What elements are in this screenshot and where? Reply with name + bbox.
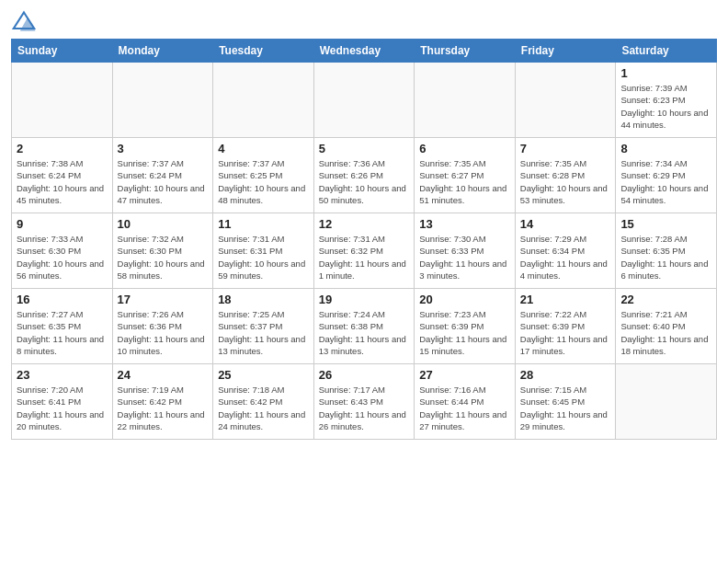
day-number: 18 [218, 293, 309, 306]
calendar-cell: 21Sunrise: 7:22 AM Sunset: 6:39 PM Dayli… [515, 289, 616, 364]
calendar-cell [112, 63, 213, 138]
week-row-4: 23Sunrise: 7:20 AM Sunset: 6:41 PM Dayli… [12, 364, 717, 440]
day-number: 5 [319, 142, 410, 155]
calendar-cell: 14Sunrise: 7:29 AM Sunset: 6:34 PM Dayli… [515, 213, 616, 289]
day-info: Sunrise: 7:26 AM Sunset: 6:36 PM Dayligh… [118, 308, 209, 357]
day-info: Sunrise: 7:24 AM Sunset: 6:38 PM Dayligh… [319, 308, 410, 357]
day-info: Sunrise: 7:25 AM Sunset: 6:37 PM Dayligh… [218, 308, 309, 357]
calendar-cell: 19Sunrise: 7:24 AM Sunset: 6:38 PM Dayli… [313, 289, 415, 364]
calendar-cell [213, 63, 314, 138]
calendar-cell: 9Sunrise: 7:33 AM Sunset: 6:30 PM Daylig… [12, 213, 113, 289]
weekday-header-wednesday: Wednesday [313, 40, 415, 63]
day-number: 13 [419, 217, 510, 231]
day-info: Sunrise: 7:37 AM Sunset: 6:24 PM Dayligh… [118, 157, 209, 206]
weekday-header-monday: Monday [112, 40, 213, 63]
day-number: 27 [419, 368, 510, 382]
calendar-cell [12, 63, 113, 138]
header [11, 9, 717, 35]
calendar: SundayMondayTuesdayWednesdayThursdayFrid… [11, 39, 717, 440]
calendar-cell: 25Sunrise: 7:18 AM Sunset: 6:42 PM Dayli… [213, 364, 314, 440]
calendar-cell: 27Sunrise: 7:16 AM Sunset: 6:44 PM Dayli… [415, 364, 516, 440]
calendar-cell: 20Sunrise: 7:23 AM Sunset: 6:39 PM Dayli… [415, 289, 516, 364]
day-number: 23 [17, 368, 108, 382]
day-number: 11 [218, 217, 309, 231]
calendar-cell [415, 63, 516, 138]
calendar-cell: 26Sunrise: 7:17 AM Sunset: 6:43 PM Dayli… [313, 364, 415, 440]
calendar-cell: 2Sunrise: 7:38 AM Sunset: 6:24 PM Daylig… [12, 138, 113, 213]
day-number: 17 [118, 293, 209, 306]
calendar-cell: 23Sunrise: 7:20 AM Sunset: 6:41 PM Dayli… [12, 364, 113, 440]
logo-icon [11, 9, 37, 35]
day-info: Sunrise: 7:20 AM Sunset: 6:41 PM Dayligh… [17, 384, 108, 432]
day-info: Sunrise: 7:39 AM Sunset: 6:23 PM Dayligh… [620, 82, 711, 131]
day-info: Sunrise: 7:15 AM Sunset: 6:45 PM Dayligh… [520, 384, 611, 432]
calendar-cell: 15Sunrise: 7:28 AM Sunset: 6:35 PM Dayli… [616, 213, 717, 289]
day-info: Sunrise: 7:37 AM Sunset: 6:25 PM Dayligh… [218, 157, 309, 206]
calendar-cell: 13Sunrise: 7:30 AM Sunset: 6:33 PM Dayli… [415, 213, 516, 289]
day-info: Sunrise: 7:21 AM Sunset: 6:40 PM Dayligh… [620, 308, 711, 357]
calendar-cell: 1Sunrise: 7:39 AM Sunset: 6:23 PM Daylig… [616, 63, 717, 138]
day-info: Sunrise: 7:28 AM Sunset: 6:35 PM Dayligh… [620, 233, 711, 282]
day-number: 16 [17, 293, 108, 306]
week-row-0: 1Sunrise: 7:39 AM Sunset: 6:23 PM Daylig… [12, 63, 717, 138]
day-number: 7 [520, 142, 611, 155]
page: SundayMondayTuesdayWednesdayThursdayFrid… [0, 0, 728, 563]
calendar-cell: 22Sunrise: 7:21 AM Sunset: 6:40 PM Dayli… [616, 289, 717, 364]
calendar-cell: 10Sunrise: 7:32 AM Sunset: 6:30 PM Dayli… [112, 213, 213, 289]
day-info: Sunrise: 7:31 AM Sunset: 6:32 PM Dayligh… [319, 233, 410, 282]
day-number: 14 [520, 217, 611, 231]
day-info: Sunrise: 7:17 AM Sunset: 6:43 PM Dayligh… [319, 384, 410, 432]
week-row-3: 16Sunrise: 7:27 AM Sunset: 6:35 PM Dayli… [12, 289, 717, 364]
day-number: 19 [319, 293, 410, 306]
weekday-header-sunday: Sunday [12, 40, 113, 63]
day-number: 3 [118, 142, 209, 155]
calendar-cell [515, 63, 616, 138]
day-info: Sunrise: 7:23 AM Sunset: 6:39 PM Dayligh… [419, 308, 510, 357]
day-number: 12 [319, 217, 410, 231]
weekday-header-tuesday: Tuesday [213, 40, 314, 63]
calendar-cell: 7Sunrise: 7:35 AM Sunset: 6:28 PM Daylig… [515, 138, 616, 213]
day-number: 20 [419, 293, 510, 306]
day-number: 15 [620, 217, 711, 231]
day-info: Sunrise: 7:30 AM Sunset: 6:33 PM Dayligh… [419, 233, 510, 282]
weekday-header-thursday: Thursday [415, 40, 516, 63]
day-info: Sunrise: 7:33 AM Sunset: 6:30 PM Dayligh… [17, 233, 108, 282]
calendar-cell: 12Sunrise: 7:31 AM Sunset: 6:32 PM Dayli… [313, 213, 415, 289]
day-info: Sunrise: 7:18 AM Sunset: 6:42 PM Dayligh… [218, 384, 309, 432]
calendar-cell: 11Sunrise: 7:31 AM Sunset: 6:31 PM Dayli… [213, 213, 314, 289]
week-row-2: 9Sunrise: 7:33 AM Sunset: 6:30 PM Daylig… [12, 213, 717, 289]
day-info: Sunrise: 7:19 AM Sunset: 6:42 PM Dayligh… [118, 384, 209, 432]
day-number: 2 [17, 142, 108, 155]
calendar-cell: 8Sunrise: 7:34 AM Sunset: 6:29 PM Daylig… [616, 138, 717, 213]
calendar-cell: 4Sunrise: 7:37 AM Sunset: 6:25 PM Daylig… [213, 138, 314, 213]
day-info: Sunrise: 7:31 AM Sunset: 6:31 PM Dayligh… [218, 233, 309, 282]
weekday-header-row: SundayMondayTuesdayWednesdayThursdayFrid… [12, 40, 717, 63]
calendar-cell: 6Sunrise: 7:35 AM Sunset: 6:27 PM Daylig… [415, 138, 516, 213]
day-info: Sunrise: 7:35 AM Sunset: 6:27 PM Dayligh… [419, 157, 510, 206]
day-number: 8 [620, 142, 711, 155]
calendar-cell: 5Sunrise: 7:36 AM Sunset: 6:26 PM Daylig… [313, 138, 415, 213]
day-number: 25 [218, 368, 309, 382]
calendar-cell: 18Sunrise: 7:25 AM Sunset: 6:37 PM Dayli… [213, 289, 314, 364]
day-info: Sunrise: 7:36 AM Sunset: 6:26 PM Dayligh… [319, 157, 410, 206]
day-number: 9 [17, 217, 108, 231]
day-number: 24 [118, 368, 209, 382]
day-info: Sunrise: 7:34 AM Sunset: 6:29 PM Dayligh… [620, 157, 711, 206]
day-info: Sunrise: 7:29 AM Sunset: 6:34 PM Dayligh… [520, 233, 611, 282]
calendar-cell: 3Sunrise: 7:37 AM Sunset: 6:24 PM Daylig… [112, 138, 213, 213]
day-number: 4 [218, 142, 309, 155]
weekday-header-friday: Friday [515, 40, 616, 63]
calendar-cell [616, 364, 717, 440]
day-number: 28 [520, 368, 611, 382]
calendar-cell: 24Sunrise: 7:19 AM Sunset: 6:42 PM Dayli… [112, 364, 213, 440]
day-number: 22 [620, 293, 711, 306]
day-info: Sunrise: 7:16 AM Sunset: 6:44 PM Dayligh… [419, 384, 510, 432]
day-info: Sunrise: 7:35 AM Sunset: 6:28 PM Dayligh… [520, 157, 611, 206]
weekday-header-saturday: Saturday [616, 40, 717, 63]
day-number: 10 [118, 217, 209, 231]
calendar-cell [313, 63, 415, 138]
day-number: 21 [520, 293, 611, 306]
day-info: Sunrise: 7:32 AM Sunset: 6:30 PM Dayligh… [118, 233, 209, 282]
day-info: Sunrise: 7:27 AM Sunset: 6:35 PM Dayligh… [17, 308, 108, 357]
calendar-cell: 16Sunrise: 7:27 AM Sunset: 6:35 PM Dayli… [12, 289, 113, 364]
